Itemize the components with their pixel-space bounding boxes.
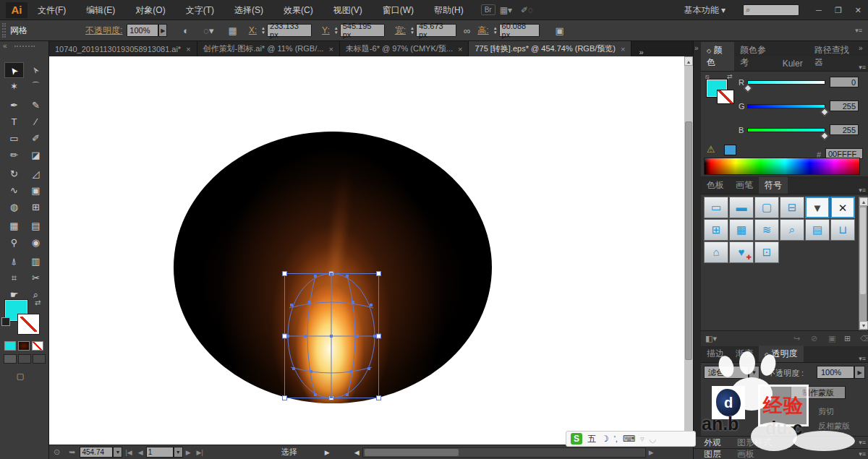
b-slider[interactable] xyxy=(747,128,825,132)
panel-grip[interactable] xyxy=(2,23,6,38)
rotate-tool[interactable]: ↻ xyxy=(4,166,24,182)
minimize-button[interactable]: ─ xyxy=(809,0,828,20)
default-fill-stroke-icon[interactable] xyxy=(1,317,10,326)
scroll-left-icon[interactable]: ◀ xyxy=(354,449,359,456)
draw-behind-button[interactable] xyxy=(18,354,31,364)
symbol-credit-card[interactable]: ▤ xyxy=(805,219,830,241)
canvas-horizontal-scrollbar[interactable]: ◀ ▶ xyxy=(352,447,657,458)
close-button[interactable]: ✕ xyxy=(848,0,868,20)
tab-layers[interactable]: 图层 xyxy=(704,448,721,459)
menu-file[interactable]: 文件(F) xyxy=(27,0,76,20)
pen-tool[interactable]: ✒ xyxy=(4,98,24,113)
panel-menu-icon[interactable]: ▾≡ xyxy=(859,355,868,362)
new-symbol-icon[interactable]: ⊞ xyxy=(844,334,851,343)
slice-tool[interactable]: ✂ xyxy=(26,270,46,286)
punctuation-icon[interactable]: ’, xyxy=(614,435,618,443)
symbol-rss[interactable]: ≋ xyxy=(754,219,779,241)
curvature-tool[interactable]: ✎ xyxy=(26,98,46,113)
sogou-logo-icon[interactable]: S xyxy=(571,433,582,445)
break-link-icon[interactable]: ⊘ xyxy=(811,334,817,343)
document-tab-active[interactable]: 775 [转换].eps* @ 454.74% (RGB/预览) × xyxy=(469,41,631,56)
symbol-frame[interactable]: ▦ xyxy=(729,219,754,241)
height-label[interactable]: 高: xyxy=(477,25,488,37)
b-value-field[interactable]: 255 xyxy=(830,124,859,135)
scroll-down-icon[interactable]: ▼ xyxy=(859,321,868,330)
perspective-grid-tool[interactable]: ⊞ xyxy=(26,200,46,215)
draw-normal-button[interactable] xyxy=(4,354,17,364)
color-spectrum-bar[interactable] xyxy=(704,158,860,175)
ime-wubi-label[interactable]: 五 xyxy=(587,433,596,445)
symbol-search[interactable]: ⌕ xyxy=(780,219,804,241)
gradient-mode-button[interactable] xyxy=(18,341,30,351)
ime-extra-icon[interactable]: ▿ xyxy=(640,434,644,444)
stroke-color-swatch[interactable] xyxy=(717,90,734,104)
first-artboard-icon[interactable]: |◀ xyxy=(125,449,132,456)
document-tab[interactable]: 创作策划-图标.ai* @ 11% (RGB/... × xyxy=(197,41,340,56)
scroll-up-icon[interactable]: ▲ xyxy=(684,56,693,66)
artboard-tool[interactable]: ⌗ xyxy=(4,270,24,286)
symbol-close-button[interactable]: ✕ xyxy=(830,197,855,218)
height-field[interactable]: 60.088 px xyxy=(499,24,540,37)
width-stepper[interactable]: ▲▼ xyxy=(410,26,414,35)
tab-close-icon[interactable]: × xyxy=(458,45,462,53)
magic-wand-tool[interactable]: ✶ xyxy=(4,79,24,95)
keyboard-icon[interactable]: ⌨ xyxy=(623,434,635,444)
y-stepper[interactable]: ▲▼ xyxy=(334,26,339,35)
paintbrush-tool[interactable]: ✐ xyxy=(26,131,46,147)
collapse-dock-icon[interactable]: » xyxy=(694,44,699,52)
menu-help[interactable]: 帮助(H) xyxy=(424,0,474,20)
gamut-color-swatch[interactable] xyxy=(724,145,736,155)
symbol-shopping-cart[interactable]: ⊔ xyxy=(830,219,855,241)
export-icon[interactable]: ➥ xyxy=(69,447,75,457)
panel-opacity-field[interactable]: 100% xyxy=(817,366,854,379)
line-segment-tool[interactable]: ∕ xyxy=(26,114,46,130)
zoom-level-field[interactable] xyxy=(80,447,113,458)
tab-brushes[interactable]: 画笔 xyxy=(730,177,759,194)
tab-kuler[interactable]: Kuler xyxy=(777,56,809,71)
ime-toolbar[interactable]: S 五 ☽ ’, ⌨ ▿ ◡ xyxy=(566,431,696,447)
delete-symbol-icon[interactable]: ⌫ xyxy=(860,334,868,343)
symbol-home[interactable]: ⌂ xyxy=(704,241,728,263)
color-mode-button[interactable] xyxy=(4,341,16,351)
panel-menu-icon[interactable]: ▾≡ xyxy=(859,439,868,446)
gradient-tool[interactable]: ▤ xyxy=(26,218,46,234)
swap-fill-stroke-icon[interactable]: ⇄ xyxy=(35,299,41,306)
opacity-label[interactable]: 不透明度: xyxy=(85,25,122,37)
x-stepper[interactable]: ▲▼ xyxy=(261,26,265,35)
search-box[interactable]: ⌕ xyxy=(743,4,799,16)
menu-select[interactable]: 选择(S) xyxy=(224,0,273,20)
tab-pathfinder[interactable]: 路径查找器 xyxy=(809,42,859,71)
tab-symbols[interactable]: 符号 xyxy=(759,177,788,194)
collapse-dock-icon[interactable]: » xyxy=(859,44,863,52)
x-field[interactable]: 233.133 px xyxy=(267,24,312,37)
type-tool[interactable]: T xyxy=(4,114,24,130)
menu-object[interactable]: 对象(O) xyxy=(125,0,175,20)
out-of-gamut-warning-icon[interactable]: ⚠ xyxy=(707,144,715,155)
g-value-field[interactable]: 255 xyxy=(830,100,859,111)
symbol-blank-button[interactable]: ▭ xyxy=(704,197,728,218)
tab-overflow-icon[interactable]: » xyxy=(634,48,647,56)
zoom-dropdown-icon[interactable]: ▼ xyxy=(113,447,122,458)
ime-extra-icon[interactable]: ◡ xyxy=(650,434,657,444)
draw-inside-button[interactable] xyxy=(33,354,46,364)
scrollbar-thumb[interactable] xyxy=(860,207,866,294)
symbol-sprayer-tool[interactable]: ⍋ xyxy=(4,254,24,270)
menu-window[interactable]: 窗口(W) xyxy=(373,0,424,20)
rectangle-tool[interactable]: ▭ xyxy=(4,131,24,147)
symbol-options-icon[interactable]: ▣ xyxy=(828,334,835,343)
eraser-tool[interactable]: ◪ xyxy=(26,147,46,163)
search-input[interactable] xyxy=(750,6,792,14)
align-grid-icon[interactable]: ▦ xyxy=(228,25,237,36)
graph-tool[interactable]: ▥ xyxy=(26,254,46,270)
invert-mask-checkbox-label[interactable]: 反相蒙版 xyxy=(818,421,850,432)
direct-selection-tool[interactable]: ➢ xyxy=(26,62,46,78)
symbol-text-field[interactable]: ⊟ xyxy=(780,197,804,218)
document-tab[interactable]: 未标题-6* @ 97% (CMYK/预... × xyxy=(340,41,469,56)
tab-close-icon[interactable]: × xyxy=(186,45,190,53)
blend-tool[interactable]: ◉ xyxy=(26,235,46,251)
tab-artboards[interactable]: 画板 xyxy=(737,448,754,459)
moon-icon[interactable]: ☽ xyxy=(601,434,609,444)
panel-opacity-dropdown-icon[interactable]: ▶ xyxy=(854,366,865,379)
mesh-tool[interactable]: ▦ xyxy=(4,218,24,234)
link-dimensions-icon[interactable]: ∞ xyxy=(464,25,470,36)
